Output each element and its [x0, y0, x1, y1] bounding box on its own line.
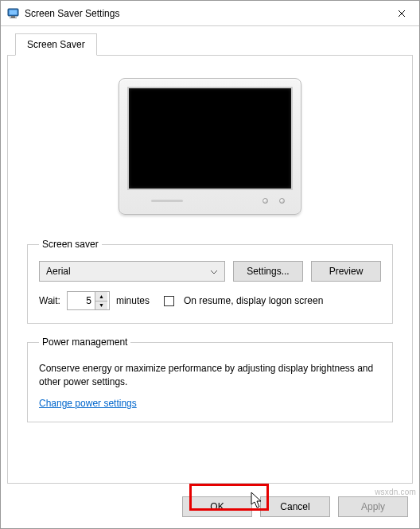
- svg-rect-2: [11, 16, 15, 18]
- power-management-group: Power management Conserve energy or maxi…: [27, 336, 393, 422]
- watermark-text: wsxdn.com: [375, 488, 416, 496]
- screensaver-settings-window: Screen Saver Settings Screen Saver Scree…: [0, 0, 420, 529]
- power-management-legend: Power management: [39, 336, 130, 348]
- close-button[interactable]: [384, 1, 419, 25]
- minutes-label: minutes: [116, 295, 150, 306]
- power-management-description: Conserve energy or maximize performance …: [39, 362, 381, 390]
- spinner-down-icon[interactable]: ▼: [95, 301, 107, 310]
- on-resume-label: On resume, display logon screen: [184, 295, 323, 306]
- preview-button[interactable]: Preview: [311, 261, 381, 282]
- wait-minutes-input[interactable]: [68, 295, 95, 306]
- dialog-button-row: OK Cancel Apply: [1, 490, 419, 528]
- window-title: Screen Saver Settings: [25, 8, 384, 19]
- screensaver-dropdown[interactable]: Aerial: [39, 261, 225, 282]
- tab-screen-saver[interactable]: Screen Saver: [15, 33, 97, 56]
- chevron-down-icon: [210, 266, 218, 277]
- on-resume-checkbox[interactable]: [164, 296, 174, 306]
- close-icon: [398, 10, 406, 18]
- titlebar: Screen Saver Settings: [1, 1, 419, 26]
- ok-button[interactable]: OK: [182, 496, 252, 517]
- wait-minutes-spinner[interactable]: ▲ ▼: [67, 291, 110, 310]
- wait-label: Wait:: [39, 295, 60, 306]
- tab-strip: Screen Saver: [7, 26, 413, 56]
- screensaver-preview-screen: [127, 87, 293, 190]
- cancel-button[interactable]: Cancel: [260, 496, 330, 517]
- settings-button[interactable]: Settings...: [233, 261, 303, 282]
- spinner-up-icon[interactable]: ▲: [95, 292, 107, 301]
- screensaver-group: Screen saver Aerial Settings... Preview …: [27, 239, 393, 324]
- screensaver-legend: Screen saver: [39, 239, 102, 250]
- app-icon: [7, 7, 20, 20]
- change-power-settings-link[interactable]: Change power settings: [39, 398, 137, 409]
- svg-rect-3: [10, 18, 17, 18]
- screensaver-preview-monitor: [27, 78, 393, 215]
- tab-content: Screen saver Aerial Settings... Preview …: [7, 56, 413, 484]
- svg-rect-1: [10, 10, 18, 14]
- apply-button[interactable]: Apply: [338, 496, 408, 517]
- screensaver-dropdown-value: Aerial: [46, 266, 71, 277]
